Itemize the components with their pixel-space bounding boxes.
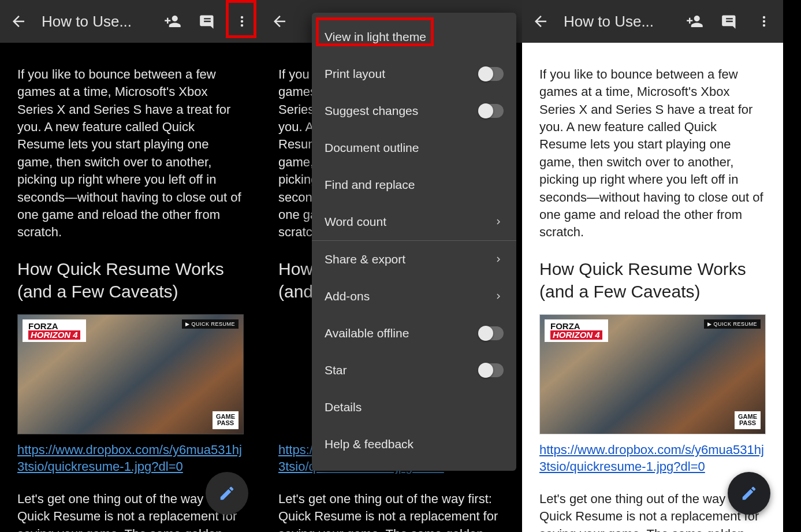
embedded-image[interactable]: FORZA HORIZON 4 ▶ QUICK RESUME GAME PASS	[17, 314, 244, 434]
menu-item-label: Word count	[325, 215, 386, 229]
image-source-link[interactable]: https://www.dropbox.com/s/y6mua531hj3tsi…	[17, 441, 244, 475]
chevron-right-icon	[493, 254, 504, 265]
more-vert-icon	[757, 14, 771, 28]
svg-point-3	[763, 16, 765, 18]
toggle-available-offline[interactable]	[478, 326, 504, 340]
svg-point-5	[763, 24, 765, 27]
menu-item-label: Find and replace	[325, 178, 415, 192]
share-add-person-button[interactable]	[163, 12, 182, 31]
share-add-person-button[interactable]	[685, 12, 705, 31]
chevron-right-icon	[493, 217, 504, 227]
screenshot-menu-open: If you like to bounce between a few game…	[261, 0, 522, 532]
overflow-menu: View in light theme Print layout Suggest…	[312, 13, 516, 471]
document-body: If you like to bounce between a few game…	[522, 43, 783, 532]
document-body: If you like to bounce between a few game…	[0, 43, 261, 532]
forza-logo-line1: FORZA	[28, 322, 80, 331]
overflow-menu-button[interactable]	[754, 12, 774, 31]
menu-item-label: Add-ons	[325, 289, 370, 303]
more-vert-icon	[235, 14, 249, 28]
quick-resume-badge: ▶ QUICK RESUME	[182, 319, 239, 329]
image-source-link[interactable]: https://www.dropbox.com/s/y6mua531hj3tsi…	[539, 441, 766, 475]
section-heading: How Quick Resume Works (and a Few Caveat…	[17, 258, 244, 303]
paragraph: If you like to bounce between a few game…	[17, 66, 244, 241]
menu-item-find-replace[interactable]: Find and replace	[312, 166, 516, 203]
menu-item-available-offline[interactable]: Available offline	[312, 315, 516, 352]
paragraph: Let's get one thing out of the way first…	[278, 490, 505, 532]
screenshot-dark-overflow: How to Use... If you like to bounce betw…	[0, 0, 261, 532]
screenshot-light-theme: How to Use... If you like to bounce betw…	[522, 0, 783, 532]
menu-item-label: Star	[325, 363, 347, 377]
app-bar-actions	[685, 12, 774, 31]
chevron-right-icon	[493, 291, 504, 302]
pencil-icon	[740, 485, 758, 502]
svg-point-4	[763, 20, 765, 23]
app-bar: How to Use...	[0, 0, 261, 43]
back-button[interactable]	[9, 12, 28, 31]
svg-point-0	[241, 16, 243, 18]
menu-item-share-export[interactable]: Share & export	[312, 241, 516, 278]
toggle-star[interactable]	[478, 363, 504, 377]
toggle-suggest-changes[interactable]	[478, 104, 504, 118]
menu-item-help-feedback[interactable]: Help & feedback	[312, 426, 516, 463]
menu-item-word-count[interactable]: Word count	[312, 203, 516, 240]
person-add-icon	[164, 13, 181, 30]
comment-icon	[199, 13, 215, 29]
menu-item-label: Available offline	[325, 326, 409, 340]
document-title: How to Use...	[42, 13, 158, 31]
svg-point-2	[241, 24, 243, 27]
back-button[interactable]	[531, 12, 550, 31]
app-bar-actions	[163, 12, 252, 31]
document-title: How to Use...	[564, 13, 680, 31]
menu-item-label: Suggest changes	[325, 104, 418, 118]
arrow-left-icon	[10, 13, 27, 30]
menu-item-label: Details	[325, 400, 362, 414]
menu-item-document-outline[interactable]: Document outline	[312, 129, 516, 166]
embedded-image[interactable]: FORZA HORIZON 4 ▶ QUICK RESUME GAME PASS	[539, 314, 766, 434]
menu-item-label: Help & feedback	[325, 437, 413, 451]
svg-point-1	[241, 20, 243, 23]
arrow-left-icon	[532, 13, 549, 30]
gamepass-badge: GAME PASS	[213, 411, 239, 429]
menu-item-print-layout[interactable]: Print layout	[312, 55, 516, 92]
edit-fab[interactable]	[206, 472, 248, 515]
app-bar: How to Use...	[522, 0, 783, 43]
overflow-menu-button[interactable]	[232, 12, 252, 31]
menu-item-view-light-theme[interactable]: View in light theme	[312, 18, 516, 55]
comment-icon	[721, 13, 737, 29]
person-add-icon	[686, 13, 703, 30]
menu-item-details[interactable]: Details	[312, 389, 516, 426]
arrow-left-icon	[271, 13, 288, 30]
forza-logo-line1: FORZA	[550, 322, 602, 331]
menu-item-label: View in light theme	[325, 30, 426, 44]
forza-logo-line2: HORIZON 4	[550, 330, 602, 340]
forza-logo: FORZA HORIZON 4	[23, 319, 86, 343]
menu-item-label: Print layout	[325, 67, 385, 81]
forza-logo-line2: HORIZON 4	[28, 330, 80, 340]
edit-fab[interactable]	[728, 472, 770, 515]
menu-item-star[interactable]: Star	[312, 352, 516, 389]
menu-item-suggest-changes[interactable]: Suggest changes	[312, 92, 516, 129]
gamepass-badge: GAME PASS	[735, 411, 761, 429]
toggle-print-layout[interactable]	[478, 67, 504, 81]
comments-button[interactable]	[720, 12, 739, 31]
menu-item-label: Share & export	[325, 252, 405, 266]
pencil-icon	[218, 485, 236, 502]
menu-item-add-ons[interactable]: Add-ons	[312, 278, 516, 315]
forza-logo: FORZA HORIZON 4	[545, 319, 608, 343]
menu-item-label: Document outline	[325, 141, 419, 155]
comments-button[interactable]	[198, 12, 217, 31]
paragraph: If you like to bounce between a few game…	[539, 66, 766, 241]
section-heading: How Quick Resume Works (and a Few Caveat…	[539, 258, 766, 303]
back-button[interactable]	[270, 12, 289, 31]
quick-resume-badge: ▶ QUICK RESUME	[704, 319, 761, 329]
